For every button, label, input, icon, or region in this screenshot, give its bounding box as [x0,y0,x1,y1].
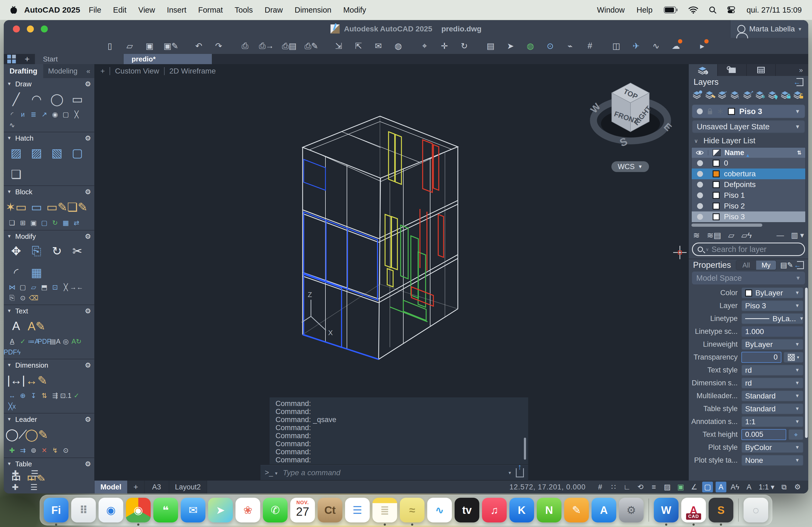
ordinate-dimension-tool[interactable]: ↧ [28,390,39,401]
circle-tool[interactable]: ◯ [48,89,66,109]
palette-tab-modeling[interactable]: Modeling [43,64,83,78]
dock-maps[interactable]: ➤ [208,498,233,523]
layer-properties-manager-button[interactable]: ≋▤ [707,230,721,240]
gradient-tool[interactable]: ▧ [48,143,66,162]
panel-list-button[interactable]: ☰ [31,468,39,479]
add-selected-tool[interactable]: ▢ [39,217,49,228]
view-cube[interactable]: W S E TOP FRONT RIGHT [586,78,675,161]
xref-panel-tab[interactable] [718,64,747,76]
document-tab-Start[interactable]: Start [35,54,124,64]
count-button[interactable]: # [584,40,596,52]
property-value-table-style[interactable]: Standard▼ [741,403,803,414]
import-button[interactable]: ⇲ [333,40,345,52]
minimize-window-button[interactable] [27,26,34,32]
menu-format[interactable]: Format [198,6,223,15]
command-history[interactable]: Command:Command:Command: _qsaveCommand:C… [270,397,528,465]
viewport-control-+[interactable]: + [100,67,105,75]
rotate-tool[interactable]: ↻ [48,241,66,260]
dock-apple-tv[interactable]: tv [454,498,479,523]
layer-color-swatch[interactable] [713,170,720,177]
annotation-scale-view-toggle[interactable]: A [743,482,754,492]
share-drawing-button[interactable]: ✈ [630,40,642,52]
layer-color-swatch[interactable] [713,213,720,220]
collapse-triangle-icon[interactable]: ▼ [7,308,12,314]
property-value-annotation-s-[interactable]: 1:1▼ [741,416,803,427]
dock-app-store[interactable]: A [592,498,616,523]
layer-color-swatch[interactable] [713,160,720,167]
grid-display-toggle[interactable]: # [595,482,606,492]
point-cloud-button[interactable]: ⊙ [544,40,556,52]
construction-line-tool[interactable]: ╳ [71,109,82,119]
arc-3point-tool[interactable]: ◜ [7,109,17,119]
layer-row-Defpoints[interactable]: Defpoints [692,179,805,190]
insert-block-tool[interactable]: ✶▭ [7,197,25,216]
erase-tool[interactable]: ⌫ [28,293,39,303]
property-value-lineweight[interactable]: ByLayer▼ [741,339,803,350]
pan-button[interactable]: ✛ [438,40,450,52]
dock-sublime-text[interactable]: S [709,498,733,523]
design-center-button[interactable]: ▤ [485,40,496,52]
new-file-button[interactable]: ▯ [104,40,116,52]
layer-unlock-button[interactable] [793,90,804,102]
performance-analyzer-button[interactable]: ∿ [650,40,662,52]
workspace-switching-toggle[interactable]: ⧉ [779,482,789,492]
mirror-tool[interactable]: ⋈ [7,282,17,292]
property-value-dimension-s-[interactable]: rd▼ [741,378,803,389]
layer-list-header[interactable]: Name ⇅ ▲ [692,148,805,158]
layer-settings-button[interactable] [705,90,716,102]
polyline-tool[interactable]: ᴎ [18,109,28,119]
hatch-tool[interactable]: ▨ [7,143,25,162]
etransmit-button[interactable]: ✉ [373,40,384,52]
orbit-button[interactable]: ↻ [458,40,470,52]
open-file-button[interactable]: ▱ [124,40,135,52]
write-block-tool[interactable]: ▣ [28,217,39,228]
save-to-web-button[interactable]: ◍ [392,40,404,52]
block-icon-update-tool[interactable]: ▦ [61,217,71,228]
dock-trash[interactable]: ◌ [743,498,768,523]
gear-icon[interactable]: ⚙ [85,232,91,241]
annotation-objects-toggle[interactable]: ▢ [702,482,713,492]
new-drawing-tab-button[interactable]: + [19,54,35,64]
menu-tools[interactable]: Tools [235,6,253,15]
collapse-triangle-icon[interactable]: ▼ [7,234,12,239]
panel-exit-icon[interactable] [796,78,803,86]
save-as-button[interactable]: ▣✎ [163,40,178,52]
annotation-scale-toggle[interactable]: 1:1 ▾ [757,482,776,492]
dimension-check-tool[interactable]: ✓ [71,390,82,401]
pick-text-height-button[interactable]: ⌖ [788,429,803,440]
menu-help[interactable]: Help [636,6,653,15]
layout-tab-+[interactable]: + [128,481,144,494]
dock-music[interactable]: ♫ [482,498,507,523]
multiline-tool[interactable]: ≣ [28,109,39,119]
menu-edit[interactable]: Edit [113,6,127,15]
plot-button[interactable]: ⎙ [239,40,251,52]
hatch-settings-tool[interactable]: ❏ [7,165,25,184]
dimension-break-tool[interactable]: ╳x [7,401,17,411]
align-leaders-tool[interactable]: ⇉ [18,445,28,455]
offset-tool[interactable]: ▱ [28,282,39,292]
boundary-tool[interactable]: ▢ [68,143,86,162]
undo-button[interactable]: ↶ [193,40,205,52]
hide-layer-list-toggle[interactable]: ∨Hide Layer List [689,135,808,147]
palette-tab-drafting[interactable]: Drafting [4,64,43,78]
layer-lock-button[interactable] [781,90,792,102]
dock-keynote[interactable]: K [509,498,534,523]
dock-facetime[interactable]: ✆ [263,498,288,523]
plot-style-edit-button[interactable]: ⎙✎ [305,40,318,52]
command-placeholder[interactable]: Type a command [283,468,509,477]
layer-list-hscrollbar[interactable] [692,224,806,229]
layer-row-cobertura[interactable]: cobertura [692,168,805,179]
dock-stickies[interactable]: ≈ [400,498,424,523]
polar-tracking-toggle[interactable]: ⟲ [635,482,646,492]
dock-chrome[interactable]: ◉ [126,498,151,523]
hatch-transparent-tool[interactable]: ▨ [27,143,46,162]
remove-leader-tool[interactable]: ✕ [39,445,49,455]
arc-tool[interactable]: ◠ [27,89,46,109]
dock-reminders[interactable]: ☰ [345,498,370,523]
properties-scrollbar[interactable] [805,288,808,438]
batch-plot-button[interactable]: ⎙→ [259,40,274,52]
panel-expand-button[interactable]: » [794,64,808,76]
menu-view[interactable]: View [138,6,155,15]
snap-mode-toggle[interactable]: ∷ [608,482,619,492]
layout-tab-model[interactable]: Model [95,481,128,494]
